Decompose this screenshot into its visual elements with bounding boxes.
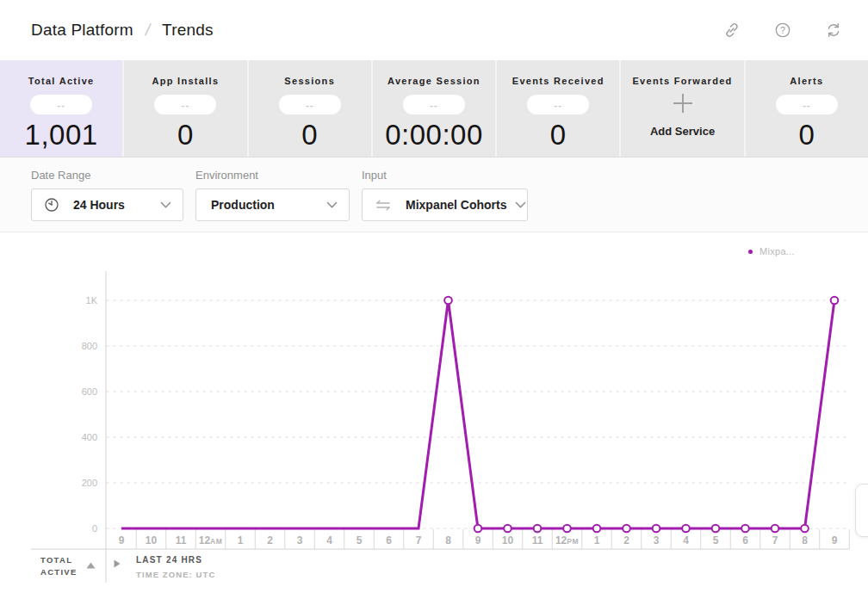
- data-point-marker: [682, 525, 690, 533]
- metric-label: App Installs: [152, 76, 219, 86]
- data-point-marker: [623, 525, 630, 533]
- metric-value: 1,001: [25, 119, 98, 151]
- metric-label: Alerts: [790, 76, 823, 86]
- x-axis-tick-label: 6: [742, 534, 748, 547]
- metric-pill: --: [154, 95, 216, 114]
- data-point-marker: [801, 525, 809, 533]
- filter-date-range: Date Range24 Hours: [31, 169, 183, 221]
- x-axis-tick-label: 3: [297, 534, 303, 547]
- trends-line-chart: 02004006008001K9101112AM123456789101112P…: [0, 232, 868, 599]
- data-point-marker: [712, 525, 720, 533]
- x-axis-tick-label: 4: [683, 534, 689, 547]
- x-axis-tick-label: 9: [475, 534, 481, 547]
- x-axis-tick-label: 12AM: [199, 534, 223, 547]
- date-range-dropdown[interactable]: 24 Hours: [31, 188, 183, 221]
- series-line: [121, 300, 834, 528]
- add-service-button[interactable]: Add Service: [650, 125, 715, 138]
- y-axis-tick-label: 600: [82, 386, 97, 397]
- x-axis-tick-label: 9: [119, 534, 125, 547]
- filter-environment: EnvironmentProduction: [195, 169, 350, 221]
- input-dropdown[interactable]: Mixpanel Cohorts: [362, 188, 528, 221]
- filter-input: InputMixpanel Cohorts: [362, 169, 528, 221]
- x-axis-tick-label: 4: [326, 534, 332, 547]
- y-axis-tick-label: 0: [92, 523, 97, 534]
- sort-ascending-icon[interactable]: [86, 557, 96, 572]
- svg-text:?: ?: [780, 25, 785, 35]
- metric-value: 0:00:00: [385, 119, 483, 151]
- chart-section: 02004006008001K9101112AM123456789101112P…: [0, 232, 868, 599]
- filter-label: Environment: [195, 169, 350, 182]
- metric-card-events-received[interactable]: Events Received--0: [497, 60, 621, 157]
- legend-dot-icon: [748, 250, 753, 254]
- environment-dropdown[interactable]: Production: [195, 188, 350, 221]
- metric-pill: --: [30, 95, 92, 114]
- environment-selected-value: Production: [211, 198, 275, 212]
- data-point-marker: [534, 525, 542, 533]
- x-axis-tick-label: 5: [713, 534, 719, 547]
- metric-label: Events Forwarded: [632, 76, 732, 86]
- data-point-marker: [653, 525, 660, 533]
- metric-card-events-forwarded[interactable]: Events ForwardedAdd Service: [621, 60, 745, 157]
- y-axis-tick-label: 800: [82, 341, 97, 351]
- y-axis-tick-label: 400: [82, 432, 97, 442]
- side-peek-tab[interactable]: [855, 484, 868, 537]
- refresh-icon[interactable]: [825, 22, 842, 39]
- metric-pill: --: [527, 95, 589, 114]
- x-axis-tick-label: 10: [146, 534, 158, 547]
- header: Data Platform / Trends ?: [0, 0, 868, 60]
- metric-card-app-installs[interactable]: App Installs--0: [124, 60, 248, 157]
- breadcrumb-separator: /: [143, 21, 152, 40]
- x-axis-tick-label: 8: [802, 534, 808, 547]
- filter-label: Input: [362, 169, 528, 182]
- metric-card-total-active[interactable]: Total Active--1,001: [0, 60, 124, 157]
- data-point-marker: [444, 297, 452, 305]
- breadcrumb-section[interactable]: Data Platform: [31, 21, 133, 40]
- x-axis-tick-label: 11: [532, 534, 543, 547]
- metric-card-average-session[interactable]: Average Session--0:00:00: [373, 60, 497, 157]
- metric-value: 0: [301, 119, 318, 151]
- x-axis-tick-label: 11: [176, 534, 187, 547]
- link-icon[interactable]: [723, 22, 741, 39]
- metric-label: Sessions: [284, 76, 335, 86]
- expand-row-icon[interactable]: [114, 556, 121, 571]
- breadcrumb: Data Platform / Trends: [31, 21, 214, 40]
- timezone-label: TIME ZONE: UTC: [136, 570, 215, 579]
- row-metric-label[interactable]: TOTAL ACTIVE: [40, 554, 89, 578]
- x-axis-tick-label: 6: [386, 534, 392, 547]
- data-point-marker: [593, 525, 601, 533]
- plus-icon: [672, 92, 694, 114]
- metric-pill: --: [279, 95, 341, 114]
- transfer-icon: [375, 199, 392, 212]
- x-axis-tick-label: 1: [594, 534, 600, 547]
- x-axis-tick-label: 5: [356, 534, 363, 547]
- x-axis-tick-label: 7: [772, 534, 778, 547]
- header-actions: ?: [723, 22, 842, 39]
- time-range-label: LAST 24 HRS: [136, 555, 202, 565]
- metric-value: 0: [550, 119, 567, 151]
- x-axis-tick-label: 12PM: [555, 534, 579, 547]
- clock-icon: [44, 197, 59, 213]
- filter-label: Date Range: [31, 169, 183, 182]
- help-icon[interactable]: ?: [774, 22, 791, 39]
- x-axis-tick-label: 1: [238, 534, 244, 547]
- x-axis-tick-label: 2: [623, 534, 629, 547]
- data-point-marker: [741, 525, 749, 533]
- x-axis-tick-label: 7: [416, 534, 422, 547]
- metric-label: Average Session: [388, 76, 480, 86]
- x-axis-tick-label: 2: [267, 534, 273, 547]
- chevron-down-icon: [326, 201, 338, 209]
- y-axis-tick-label: 1K: [86, 295, 98, 306]
- data-point-marker: [831, 297, 839, 305]
- y-axis-tick-label: 200: [82, 478, 97, 488]
- x-axis-tick-label: 8: [445, 534, 451, 547]
- metric-card-alerts[interactable]: Alerts--0: [746, 60, 868, 157]
- legend-series-label: Mixpa...: [760, 246, 795, 256]
- metrics-row: Total Active--1,001App Installs--0Sessio…: [0, 60, 868, 157]
- chevron-down-icon: [160, 201, 171, 209]
- x-axis-tick-label: 3: [654, 534, 660, 547]
- chevron-down-icon: [515, 201, 526, 209]
- metric-value: 0: [798, 119, 815, 151]
- metric-value: 0: [177, 119, 194, 151]
- data-point-marker: [563, 525, 571, 533]
- metric-card-sessions[interactable]: Sessions--0: [249, 60, 373, 157]
